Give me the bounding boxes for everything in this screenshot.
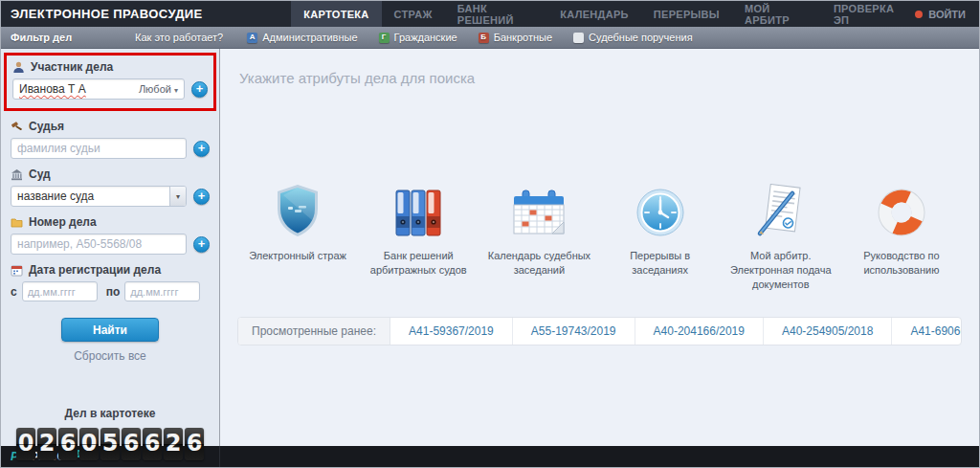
judge-input[interactable] (11, 138, 187, 159)
participant-role-dropdown[interactable]: Любой ▾ (139, 83, 184, 95)
recent-case-link[interactable]: А40-254905/2018 (764, 318, 892, 345)
registration-date-label: Дата регистрации дела (29, 263, 161, 277)
category-bankruptcy[interactable]: Б Банкротные (468, 32, 563, 43)
add-participant-button[interactable]: + (191, 81, 208, 98)
service-label: Руководство по использованию (845, 249, 958, 278)
login-label: ВОЙТИ (928, 9, 966, 20)
recent-case-link[interactable]: А41-59367/2019 (390, 318, 513, 345)
login-button[interactable]: ВОЙТИ (915, 1, 979, 27)
tab-strazh[interactable]: СТРАЖ (382, 1, 445, 27)
court-select[interactable]: название суда ▾ (11, 186, 187, 207)
document-pen-icon (756, 184, 806, 237)
date-to-label: по (106, 285, 121, 299)
counter-digit: 6 (143, 428, 162, 460)
case-categories: А Административные Г Гражданские Б Банкр… (236, 32, 702, 43)
counter-digit: 6 (185, 428, 204, 460)
filter-bar: Фильтр дел Как это работает? А Администр… (1, 27, 979, 49)
counter-digit: 2 (37, 428, 56, 460)
gavel-icon (11, 121, 23, 133)
case-number-label: Номер дела (29, 215, 97, 229)
recent-case-link[interactable]: А40-204166/2019 (635, 318, 764, 345)
participant-input[interactable]: Иванова Т А Любой ▾ (12, 78, 185, 100)
service-electronic-guard[interactable]: Электронный страж (237, 176, 358, 292)
chevron-down-icon: ▾ (174, 86, 178, 95)
category-administrative[interactable]: А Административные (236, 32, 368, 43)
administrative-icon: А (247, 33, 257, 43)
category-court-orders[interactable]: Судебные поручения (563, 32, 703, 43)
tab-kalendar[interactable]: КАЛЕНДАРЬ (547, 1, 641, 27)
participant-value[interactable]: Иванова Т А (13, 82, 139, 96)
add-judge-button[interactable]: + (193, 141, 210, 157)
service-hearing-breaks[interactable]: Перерывы в заседаниях (600, 176, 721, 292)
court-placeholder: название суда (11, 189, 169, 203)
service-label: Календарь судебных заседаний (482, 249, 595, 278)
clock-icon (635, 188, 685, 237)
search-button[interactable]: Найти (61, 318, 159, 342)
service-my-arbitr-filing[interactable]: Мой арбитр. Электронная подача документо… (721, 176, 841, 292)
participant-label: Участник дела (31, 60, 113, 74)
tab-kartoteka[interactable]: КАРТОТЕКА (291, 1, 381, 27)
service-label: Банк решений арбитражных судов (362, 249, 475, 278)
recently-viewed-label: Просмотренные ранее: (238, 318, 390, 345)
category-label: Судебные поручения (589, 32, 693, 43)
recent-case-link[interactable]: А41-69066/2018 (892, 318, 962, 345)
shield-icon (275, 184, 321, 237)
judge-label: Судья (29, 120, 64, 133)
category-label: Банкротные (494, 32, 552, 43)
search-filter-sidebar: Участник дела Иванова Т А Любой ▾ + (1, 49, 220, 446)
main-content: Укажите атрибуты дела для поиска (220, 49, 979, 446)
court-group: Суд название суда ▾ + (11, 167, 210, 207)
counter-digit: 2 (164, 428, 183, 460)
chevron-down-icon[interactable]: ▾ (169, 187, 186, 206)
search-prompt-heading: Укажите атрибуты дела для поиска (239, 70, 962, 86)
add-case-number-button[interactable]: + (193, 236, 210, 253)
court-label: Суд (29, 167, 51, 181)
case-number-input[interactable] (11, 234, 187, 255)
counter-digit: 5 (100, 428, 120, 460)
add-court-button[interactable]: + (193, 189, 210, 205)
calendar-icon (513, 189, 565, 237)
service-label: Перерывы в заседаниях (604, 249, 717, 278)
category-label: Административные (262, 32, 357, 43)
counter-digit: 0 (16, 428, 35, 460)
date-from-label: с (11, 285, 17, 299)
date-to-input[interactable] (124, 281, 200, 301)
recent-case-link[interactable]: А55-19743/2019 (513, 318, 635, 345)
calendar-small-icon (11, 264, 23, 277)
how-it-works-link[interactable]: Как это работает? (135, 32, 223, 43)
service-user-guide[interactable]: Руководство по использованию (841, 176, 962, 292)
date-from-input[interactable] (22, 281, 98, 301)
counter-label: Дел в картотеке (11, 407, 210, 420)
services-row: Электронный страж (237, 176, 962, 292)
folder-icon (11, 216, 23, 229)
counter-digit: 6 (122, 428, 141, 460)
category-label: Гражданские (394, 32, 457, 43)
tab-bank-resheniy[interactable]: БАНК РЕШЕНИЙ (445, 1, 548, 27)
login-status-icon (915, 11, 923, 18)
binders-icon (394, 188, 442, 237)
nav-tabs: КАРТОТЕКА СТРАЖ БАНК РЕШЕНИЙ КАЛЕНДАРЬ П… (291, 1, 915, 27)
case-counter: Дел в картотеке 0 2 6 0 5 6 6 2 6 (11, 407, 210, 460)
filter-title: Фильтр дел (1, 32, 135, 43)
service-label: Электронный страж (241, 249, 354, 263)
brand-title: ЭЛЕКТРОННОЕ ПРАВОСУДИЕ (1, 1, 291, 27)
service-decision-bank[interactable]: Банк решений арбитражных судов (358, 176, 479, 292)
person-icon (12, 61, 25, 74)
reset-all-link[interactable]: Сбросить все (11, 349, 210, 363)
top-navigation: ЭЛЕКТРОННОЕ ПРАВОСУДИЕ КАРТОТЕКА СТРАЖ Б… (1, 1, 979, 27)
tab-pereryvy[interactable]: ПЕРЕРЫВЫ (641, 1, 732, 27)
civil-icon: Г (379, 33, 390, 43)
bankruptcy-icon: Б (479, 33, 489, 43)
tab-proverka-ep[interactable]: ПРОВЕРКА ЭП (821, 1, 915, 27)
tab-moy-arbitr[interactable]: МОЙ АРБИТР (732, 1, 821, 27)
registration-date-group: Дата регистрации дела с по (11, 263, 210, 301)
court-orders-icon (573, 33, 584, 43)
service-hearings-calendar[interactable]: Календарь судебных заседаний (479, 176, 599, 292)
counter-digit: 0 (79, 428, 99, 460)
service-label: Мой арбитр. Электронная подача документо… (724, 249, 837, 292)
category-civil[interactable]: Г Гражданские (368, 32, 468, 43)
court-building-icon (11, 168, 23, 181)
case-number-group: Номер дела + (11, 215, 210, 255)
app-window: ЭЛЕКТРОННОЕ ПРАВОСУДИЕ КАРТОТЕКА СТРАЖ Б… (0, 0, 980, 468)
judge-group: Судья + (11, 120, 210, 159)
